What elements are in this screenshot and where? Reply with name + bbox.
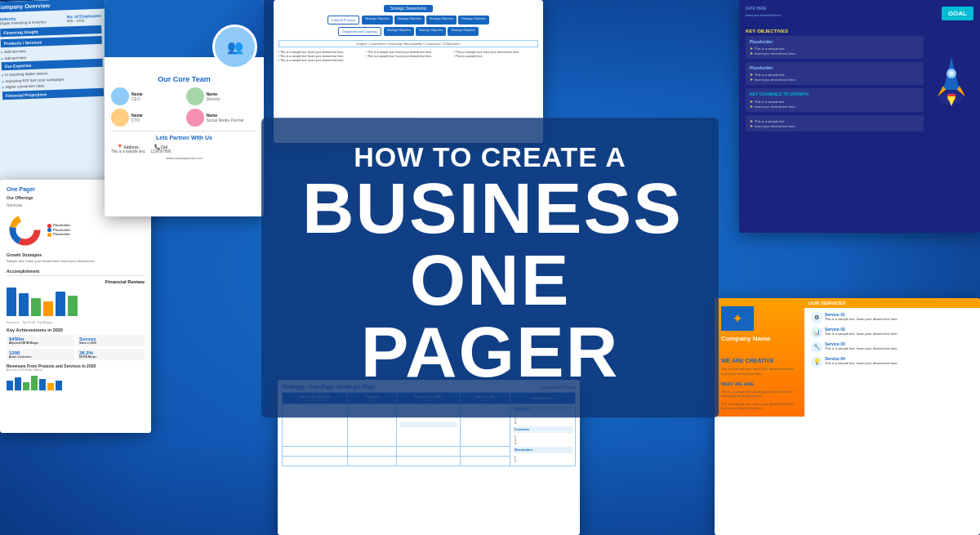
headline-line3: ONE PAGER xyxy=(302,244,678,388)
donut-chart xyxy=(7,212,43,248)
team-member-social: Name Social Media Partner xyxy=(186,109,258,127)
main-container: Company Overview Industry Digital market… xyxy=(0,0,980,535)
svg-point-11 xyxy=(19,224,32,237)
service-icon-1: ⚙ xyxy=(811,312,822,323)
company-name: Company Name xyxy=(721,336,798,343)
branding-slide-content: ✦ Company Name WE ARE CREATIVE This is a… xyxy=(715,298,980,535)
revenue-chart xyxy=(7,374,145,390)
financial-slide-content: One Pager Our Offerings Services Placeho… xyxy=(0,180,151,433)
financial-review-label: Financial Review xyxy=(96,279,145,284)
rocket-icon xyxy=(931,49,972,114)
core-team-title: Our Core Team xyxy=(111,75,257,83)
org-values-table: Integrity • Commitment • Leadership • Ac… xyxy=(278,40,538,47)
team-slide[interactable]: 👥 Our Core Team Name CEO Name Director xyxy=(105,0,264,216)
who-we-are-title: WHO WE ARE xyxy=(721,381,798,386)
team-member-director: Name Director xyxy=(186,87,258,105)
svg-point-7 xyxy=(949,71,954,76)
company-overview-slide[interactable]: Company Overview Industry Digital market… xyxy=(0,0,114,189)
goal-box: GOAL xyxy=(942,7,973,20)
service-icon-2: 📊 xyxy=(811,327,822,338)
financial-slide[interactable]: One Pager Our Offerings Services Placeho… xyxy=(0,180,151,433)
team-header-photo: 👥 xyxy=(212,25,257,69)
org-text-columns: • This is a sample text. Insert your des… xyxy=(278,51,538,63)
strategic-goals-slide[interactable]: DATE HERE Insert your desired text here.… xyxy=(739,0,980,233)
service-item-1: ⚙ Service 01 This is a sample text. Inse… xyxy=(811,312,973,323)
objectives-section-2: Placeholder ➤This is a sample text. ➤Ins… xyxy=(746,62,924,85)
address-contact: 📍 Address: This is a sample text. xyxy=(111,144,145,154)
company-slide-header: Company Overview xyxy=(0,0,107,13)
extra-section: ➤This is a sample text. ➤Insert your des… xyxy=(746,115,924,132)
service-item-2: 📊 Service 02 This is a sample text. Inse… xyxy=(811,327,973,338)
brand-body-text: This is a sample text. Insert your desir… xyxy=(721,367,798,376)
objectives-section-1: Placeholder ➤This is a sample text. ➤Ins… xyxy=(746,36,924,59)
financing-bar: Financing Sought xyxy=(0,25,101,37)
website-email: www.companyname.com xyxy=(111,156,257,160)
branding-slide[interactable]: ✦ Company Name WE ARE CREATIVE This is a… xyxy=(715,298,980,535)
service-icon-3: 🔧 xyxy=(811,341,822,353)
team-members-grid: Name CEO Name Director Name CTO xyxy=(111,87,257,127)
achievements-grid: $450m Adjusted EBITA Margin Sxxxxx Sales… xyxy=(7,335,145,360)
headline-line2: BUSINESS xyxy=(302,172,678,244)
products-bar: Products / Services xyxy=(1,36,102,47)
bar-chart-area: Revenue Op.Profit Op.Margin xyxy=(7,279,78,324)
donut-chart-area: Placeholder Placeholder Placeholder xyxy=(7,212,145,248)
service-item-3: 🔧 Service 03 This is a sample text. Inse… xyxy=(811,341,973,353)
brand-logo: ✦ xyxy=(721,306,754,331)
brand-tagline: WE ARE CREATIVE xyxy=(721,358,798,364)
goals-slide-content: DATE HERE Insert your desired text here.… xyxy=(739,0,980,233)
service-icon-4: 💡 xyxy=(811,356,822,368)
phone-contact: 📞 Call 1234567890 xyxy=(150,144,171,154)
services-header: OUR SERVICES xyxy=(804,298,980,308)
team-slide-header: 👥 xyxy=(105,0,264,57)
team-member-cto: Name CTO xyxy=(111,109,183,127)
service-item-4: 💡 Service 04 This is a sample text. Inse… xyxy=(811,356,973,368)
partner-section: Lets Partner With Us 📍 Address: This is … xyxy=(111,131,257,160)
team-member-ceo: Name CEO xyxy=(111,87,183,105)
branding-left-panel: ✦ Company Name WE ARE CREATIVE This is a… xyxy=(715,298,804,535)
center-text-block: HOW TO CREATE A BUSINESS ONE PAGER xyxy=(261,118,719,417)
branding-right-panel: OUR SERVICES ⚙ Service 01 This is a samp… xyxy=(804,298,980,535)
channels-section: KEY CHANNELS TO GROWTH ➤This is a sample… xyxy=(746,88,924,112)
